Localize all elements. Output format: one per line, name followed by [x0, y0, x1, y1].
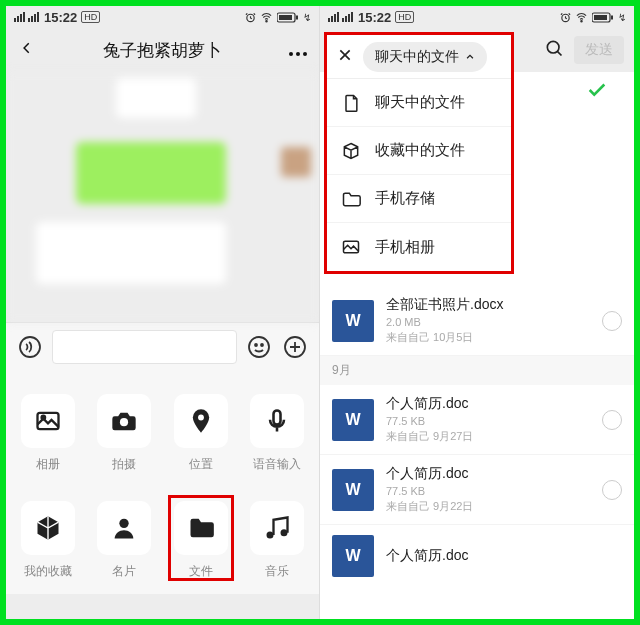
svg-point-40 — [547, 41, 559, 53]
attach-music[interactable]: 音乐 — [239, 501, 315, 580]
chat-body — [6, 72, 319, 322]
file-row[interactable]: W 个人简历.doc 77.5 KB 来自自己 9月27日 — [320, 385, 634, 455]
dropdown-item-storage[interactable]: 手机存储 — [327, 175, 511, 223]
chat-title: 兔子抱紧胡萝卜 — [42, 39, 283, 62]
wifi-icon — [575, 12, 588, 23]
svg-rect-2 — [20, 14, 22, 22]
hd-icon: HD — [81, 11, 100, 23]
svg-point-13 — [289, 52, 293, 56]
emoji-icon[interactable] — [245, 333, 273, 361]
file-row[interactable]: W 个人简历.doc — [320, 525, 634, 587]
svg-point-17 — [249, 337, 269, 357]
app-frame: 15:22 HD ↯ 兔子抱紧胡萝卜 — [0, 0, 640, 625]
svg-rect-5 — [31, 16, 33, 22]
svg-point-35 — [581, 20, 582, 21]
svg-rect-26 — [328, 18, 330, 22]
chat-input-bar — [6, 322, 319, 370]
attach-label: 音乐 — [265, 563, 289, 580]
attach-label: 相册 — [36, 456, 60, 473]
attach-label: 语音输入 — [253, 456, 301, 473]
attach-favorites[interactable]: 我的收藏 — [10, 501, 86, 580]
close-icon[interactable] — [337, 47, 353, 67]
svg-rect-30 — [342, 18, 344, 22]
document-icon — [341, 93, 361, 113]
folder-icon — [341, 189, 361, 209]
file-name: 个人简历.doc — [386, 547, 622, 565]
svg-rect-27 — [331, 16, 333, 22]
section-label: 9月 — [320, 356, 634, 385]
svg-rect-6 — [34, 14, 36, 22]
highlight-box-file — [168, 495, 234, 581]
svg-rect-11 — [279, 15, 292, 20]
attach-file[interactable]: 文件 — [163, 501, 239, 580]
file-name: 全部证书照片.docx — [386, 296, 590, 314]
attach-album[interactable]: 相册 — [10, 394, 86, 473]
image-icon — [341, 237, 361, 257]
word-doc-icon: W — [332, 469, 374, 511]
battery-icon — [277, 12, 299, 23]
svg-rect-37 — [594, 15, 607, 20]
svg-rect-7 — [37, 12, 39, 22]
word-doc-icon: W — [332, 399, 374, 441]
word-doc-icon: W — [332, 535, 374, 577]
dropdown-header: 聊天中的文件 — [327, 35, 511, 79]
status-time: 15:22 — [44, 10, 77, 25]
dropdown-item-chat-files[interactable]: 聊天中的文件 — [327, 79, 511, 127]
dropdown-item-album[interactable]: 手机相册 — [327, 223, 511, 271]
svg-point-24 — [198, 415, 204, 421]
status-time: 15:22 — [358, 10, 391, 25]
voice-icon[interactable] — [16, 333, 44, 361]
left-panel: 15:22 HD ↯ 兔子抱紧胡萝卜 — [6, 6, 320, 619]
svg-rect-28 — [334, 14, 336, 22]
dropdown-item-fav-files[interactable]: 收藏中的文件 — [327, 127, 511, 175]
select-circle[interactable] — [602, 311, 622, 331]
file-name: 个人简历.doc — [386, 465, 590, 483]
send-button-label: 发送 — [585, 41, 613, 57]
file-from: 来自自己 10月5日 — [386, 331, 473, 343]
more-button[interactable] — [283, 39, 313, 62]
svg-point-15 — [303, 52, 307, 56]
select-circle[interactable] — [602, 410, 622, 430]
status-bar-left: 15:22 HD ↯ — [6, 6, 319, 28]
send-button[interactable]: 发送 — [574, 36, 624, 64]
svg-rect-38 — [611, 15, 613, 19]
attach-voice[interactable]: 语音输入 — [239, 394, 315, 473]
cube-icon — [341, 141, 361, 161]
hd-icon: HD — [395, 11, 414, 23]
svg-point-16 — [20, 337, 40, 357]
svg-rect-1 — [17, 16, 19, 22]
attach-label: 位置 — [189, 456, 213, 473]
svg-rect-33 — [351, 12, 353, 22]
file-row[interactable]: W 个人简历.doc 77.5 KB 来自自己 9月22日 — [320, 455, 634, 525]
message-input[interactable] — [52, 330, 237, 364]
svg-rect-29 — [337, 12, 339, 22]
attach-location[interactable]: 位置 — [163, 394, 239, 473]
attach-camera[interactable]: 拍摄 — [86, 394, 162, 473]
svg-point-19 — [261, 344, 263, 346]
file-row[interactable]: W 全部证书照片.docx 2.0 MB 来自自己 10月5日 — [320, 286, 634, 356]
select-circle[interactable] — [602, 480, 622, 500]
svg-point-14 — [296, 52, 300, 56]
svg-point-23 — [120, 418, 128, 426]
attach-contact[interactable]: 名片 — [86, 501, 162, 580]
battery-icon — [592, 12, 614, 23]
svg-rect-32 — [348, 14, 350, 22]
file-size: 2.0 MB — [386, 316, 421, 328]
wifi-icon — [260, 12, 273, 23]
file-from: 来自自己 9月22日 — [386, 500, 473, 512]
svg-rect-31 — [345, 16, 347, 22]
attach-label: 拍摄 — [112, 456, 136, 473]
svg-rect-3 — [23, 12, 25, 22]
word-doc-icon: W — [332, 300, 374, 342]
attach-label: 我的收藏 — [24, 563, 72, 580]
back-button[interactable] — [12, 39, 42, 62]
filter-pill[interactable]: 聊天中的文件 — [363, 42, 487, 72]
svg-point-18 — [255, 344, 257, 346]
svg-point-22 — [42, 416, 46, 420]
search-icon[interactable] — [544, 38, 564, 62]
file-list: W 全部证书照片.docx 2.0 MB 来自自己 10月5日 9月 W 个人简… — [320, 286, 634, 619]
file-name: 个人简历.doc — [386, 395, 590, 413]
signal-icon — [328, 12, 354, 22]
plus-icon[interactable] — [281, 333, 309, 361]
file-size: 77.5 KB — [386, 415, 425, 427]
